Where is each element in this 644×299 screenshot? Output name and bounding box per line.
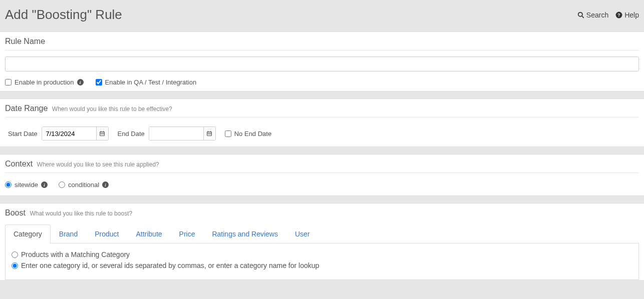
tab-category[interactable]: Category — [5, 224, 51, 244]
category-matching-radio[interactable]: Products with a Matching Category — [12, 250, 632, 258]
svg-rect-7 — [103, 131, 104, 132]
context-title-text: Context — [5, 160, 33, 168]
help-label: Help — [624, 11, 639, 19]
info-icon[interactable]: i — [102, 182, 109, 188]
info-icon[interactable]: i — [77, 79, 84, 86]
tab-attribute[interactable]: Attribute — [127, 224, 170, 244]
calendar-icon — [206, 130, 212, 136]
rule-name-panel: Rule Name Enable in production i Enable … — [0, 32, 644, 92]
start-date-label: Start Date — [8, 130, 38, 138]
context-conditional-input[interactable] — [59, 182, 65, 188]
help-icon: ? — [615, 12, 622, 18]
tab-product[interactable]: Product — [86, 224, 127, 244]
search-label: Search — [586, 11, 608, 19]
category-ids-input[interactable] — [12, 262, 18, 269]
context-sitewide-radio[interactable]: sitewide i — [5, 181, 48, 188]
boost-title: Boost What would you like this rule to b… — [5, 208, 639, 222]
boost-panel: Boost What would you like this rule to b… — [0, 203, 644, 280]
end-date-group: End Date — [118, 126, 216, 140]
svg-rect-16 — [209, 134, 210, 135]
svg-rect-13 — [208, 131, 208, 132]
page-title: Add "Boosting" Rule — [5, 7, 122, 22]
no-end-date-input[interactable] — [225, 130, 231, 137]
no-end-date-label: No End Date — [234, 130, 271, 138]
context-title: Context Where would you like to see this… — [5, 160, 639, 173]
svg-point-0 — [578, 12, 582, 16]
rule-name-title: Rule Name — [5, 37, 639, 50]
context-options: sitewide i conditional i — [5, 179, 639, 190]
context-sitewide-label: sitewide — [15, 181, 38, 188]
date-range-subtitle: When would you like this rule to be effe… — [52, 106, 172, 112]
svg-rect-8 — [101, 134, 102, 135]
context-conditional-label: conditional — [68, 181, 99, 188]
boost-subtitle: What would you like this rule to boost? — [30, 210, 132, 217]
search-icon — [577, 12, 584, 18]
end-date-calendar-button[interactable] — [203, 127, 215, 140]
boost-title-text: Boost — [5, 208, 26, 217]
svg-text:?: ? — [618, 12, 620, 17]
enable-production-input[interactable] — [5, 79, 12, 86]
context-panel: Context Where would you like to see this… — [0, 154, 644, 196]
enable-qa-input[interactable] — [96, 79, 102, 86]
page-header: Add "Boosting" Rule Search ? Help — [0, 0, 644, 32]
rule-name-options: Enable in production i Enable in QA / Te… — [5, 78, 639, 86]
context-conditional-radio[interactable]: conditional i — [59, 181, 109, 188]
tab-price[interactable]: Price — [171, 224, 204, 244]
calendar-icon — [99, 130, 105, 136]
date-range-panel: Date Range When would you like this rule… — [0, 98, 644, 147]
svg-rect-15 — [208, 134, 209, 135]
svg-line-1 — [582, 16, 584, 18]
category-matching-input[interactable] — [12, 252, 18, 258]
tab-user[interactable]: User — [286, 224, 318, 244]
rule-name-input[interactable] — [5, 56, 639, 72]
enable-qa-label: Enable in QA / Test / Integration — [105, 78, 197, 86]
end-date-field — [149, 126, 216, 140]
enable-production-label: Enable in production — [15, 78, 74, 86]
date-range-title: Date Range When would you like this rule… — [5, 104, 639, 118]
end-date-input[interactable] — [149, 127, 203, 140]
boost-tab-body: Products with a Matching Category Enter … — [5, 244, 639, 280]
date-row: Start Date End Date No End Date — [5, 124, 639, 142]
start-date-calendar-button[interactable] — [96, 127, 108, 140]
tab-ratings[interactable]: Ratings and Reviews — [203, 224, 286, 244]
svg-rect-6 — [101, 131, 101, 132]
context-subtitle: Where would you like to see this rule ap… — [37, 161, 159, 168]
start-date-input[interactable] — [42, 127, 96, 140]
svg-rect-14 — [210, 131, 211, 132]
no-end-date-checkbox[interactable]: No End Date — [225, 130, 271, 138]
end-date-label: End Date — [118, 130, 145, 138]
svg-rect-9 — [102, 134, 103, 135]
boost-tabs: Category Brand Product Attribute Price R… — [5, 224, 639, 244]
svg-rect-17 — [210, 134, 211, 135]
start-date-group: Start Date — [8, 126, 109, 140]
tab-brand[interactable]: Brand — [51, 224, 86, 244]
category-ids-label: Enter one category id, or several ids se… — [21, 262, 319, 270]
context-sitewide-input[interactable] — [5, 182, 12, 188]
category-ids-radio[interactable]: Enter one category id, or several ids se… — [12, 262, 632, 270]
svg-rect-10 — [103, 134, 104, 135]
category-matching-label: Products with a Matching Category — [21, 250, 130, 258]
start-date-field — [42, 126, 109, 140]
enable-qa-checkbox[interactable]: Enable in QA / Test / Integration — [96, 78, 197, 86]
search-button[interactable]: Search — [577, 11, 608, 19]
enable-production-checkbox[interactable]: Enable in production i — [5, 78, 84, 86]
header-actions: Search ? Help — [577, 11, 639, 19]
date-range-title-text: Date Range — [5, 104, 48, 112]
info-icon[interactable]: i — [41, 182, 48, 188]
help-button[interactable]: ? Help — [615, 11, 639, 19]
